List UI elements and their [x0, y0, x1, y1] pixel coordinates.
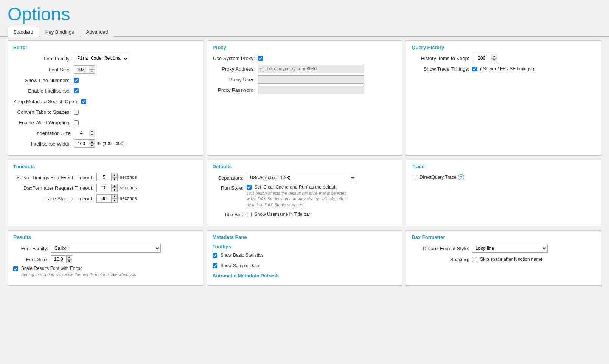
- metadata-pane-section: Metadata Pane Tooltips Show Basic Statis…: [207, 230, 402, 285]
- show-trace-timings-label: Show Trace Timings:: [412, 66, 472, 72]
- separators-select[interactable]: US/UK (a,b,c | 1.23) EU (a;b;c | 1,23) C…: [247, 173, 356, 182]
- keep-metadata-row: Keep Metadata Search Open:: [13, 97, 197, 105]
- intellisense-width-input[interactable]: 100: [74, 139, 89, 148]
- scale-results-hint: Setting this option will cause the resul…: [21, 272, 137, 277]
- daxformatter-timeout-row: DaxFormatter Request Timeout: 10 ▲ ▼ sec…: [13, 184, 197, 192]
- history-items-input[interactable]: 200: [472, 54, 491, 62]
- indentation-size-spinner: 4 ▲ ▼: [74, 129, 95, 137]
- directquery-label: DirectQuery Trace: [419, 175, 456, 180]
- proxy-section: Proxy Use System Proxy: Proxy Address: P…: [207, 40, 402, 156]
- trace-startup-input[interactable]: 30: [96, 194, 112, 203]
- default-format-row: Default Format Style: Long line Short li…: [412, 244, 596, 253]
- show-trace-timings-row: Show Trace Timings: ( Server / FE / SE t…: [412, 65, 596, 73]
- history-items-label: History Items to Keep:: [412, 56, 472, 61]
- convert-tabs-checkbox[interactable]: [74, 110, 79, 115]
- enable-intellisense-checkbox[interactable]: [74, 88, 79, 93]
- default-format-select[interactable]: Long line Short line: [472, 244, 548, 253]
- default-format-label: Default Format Style:: [412, 246, 472, 251]
- indentation-size-spinner-btns: ▲ ▼: [89, 129, 95, 137]
- server-timings-suffix: seconds: [120, 175, 137, 180]
- font-size-up-btn[interactable]: ▲: [89, 65, 95, 70]
- results-font-size-up-btn[interactable]: ▲: [66, 255, 72, 259]
- results-font-size-input[interactable]: 10.0: [51, 255, 66, 263]
- proxy-user-input[interactable]: [258, 75, 364, 84]
- proxy-user-label: Proxy User:: [213, 77, 258, 82]
- run-style-wrap: Set 'Clear Cache and Run' as the default…: [247, 184, 353, 208]
- tab-key-bindings[interactable]: Key Bindings: [40, 27, 80, 37]
- results-section-title: Results: [13, 234, 197, 240]
- indentation-size-up-btn[interactable]: ▲: [89, 129, 95, 133]
- proxy-password-row: Proxy Password:: [213, 86, 397, 94]
- trace-startup-row: Trace Startup Timeout: 30 ▲ ▼ seconds: [13, 194, 197, 203]
- separators-label: Separators:: [213, 175, 247, 181]
- show-basic-stats-label: Show Basic Statistics: [221, 252, 264, 258]
- intellisense-width-row: Intellisense Width: 100 ▲ ▼ % (100 - 300…: [13, 139, 197, 148]
- daxformatter-timeout-input[interactable]: 10: [96, 184, 112, 192]
- tooltips-group: Tooltips Show Basic Statistics Show Samp…: [213, 244, 397, 270]
- indentation-size-down-btn[interactable]: ▼: [89, 133, 95, 137]
- directquery-checkbox[interactable]: [412, 175, 416, 180]
- results-font-family-row: Font Family: Calibri: [13, 244, 197, 253]
- server-timings-spinner: 5 ▲ ▼: [96, 173, 118, 181]
- show-basic-stats-checkbox[interactable]: [213, 253, 218, 258]
- show-trace-timings-checkbox[interactable]: [472, 67, 477, 71]
- spacing-label: Spacing:: [412, 257, 472, 262]
- proxy-address-input[interactable]: [258, 65, 364, 73]
- server-timings-input[interactable]: 5: [96, 173, 112, 181]
- enable-intellisense-row: Enable Intellisense:: [13, 87, 197, 95]
- skip-space-checkbox[interactable]: [472, 257, 477, 262]
- intellisense-width-label: Intellisense Width:: [13, 141, 74, 147]
- font-family-select[interactable]: Fira Code Retina: [74, 54, 129, 63]
- history-items-up-btn[interactable]: ▲: [491, 54, 497, 58]
- run-style-checkbox[interactable]: [247, 185, 252, 190]
- font-size-down-btn[interactable]: ▼: [89, 70, 95, 74]
- enable-word-wrap-row: Enable Word Wrapping:: [13, 118, 197, 127]
- enable-intellisense-label: Enable Intellisense:: [13, 88, 74, 94]
- show-sample-data-row: Show Sample Data: [213, 262, 397, 270]
- separators-row: Separators: US/UK (a,b,c | 1.23) EU (a;b…: [213, 173, 397, 182]
- directquery-info-icon[interactable]: ?: [458, 174, 464, 180]
- keep-metadata-checkbox[interactable]: [81, 99, 86, 104]
- dax-formatter-section-title: Dax Formatter: [412, 234, 596, 240]
- server-timings-down-btn[interactable]: ▼: [112, 177, 118, 181]
- results-font-size-down-btn[interactable]: ▼: [66, 259, 72, 263]
- indentation-size-input[interactable]: 4: [74, 129, 89, 137]
- run-style-row: Run Style: Set 'Clear Cache and Run' as …: [213, 184, 397, 208]
- show-line-numbers-row: Show Line Numbers:: [13, 76, 197, 84]
- trace-startup-down-btn[interactable]: ▼: [112, 198, 118, 203]
- auto-refresh-title: Automatic Metadata Refresh: [213, 273, 397, 279]
- page-title: Options: [0, 0, 609, 26]
- server-timings-row: Server Timings End Event Timeout: 5 ▲ ▼ …: [13, 173, 197, 181]
- trace-startup-up-btn[interactable]: ▲: [112, 194, 118, 198]
- use-system-proxy-checkbox[interactable]: [258, 56, 263, 61]
- font-family-row: Font Family: Fira Code Retina: [13, 54, 197, 63]
- daxformatter-timeout-up-btn[interactable]: ▲: [112, 184, 118, 188]
- results-font-family-select[interactable]: Calibri: [51, 244, 161, 253]
- trace-section: Trace DirectQuery Trace ?: [406, 160, 601, 226]
- history-items-spinner: 200 ▲ ▼: [472, 54, 497, 62]
- show-line-numbers-checkbox[interactable]: [74, 78, 79, 83]
- title-bar-checkbox[interactable]: [247, 212, 252, 217]
- spacing-row: Spacing: Skip space after function name: [412, 255, 596, 263]
- enable-word-wrap-checkbox[interactable]: [74, 120, 79, 125]
- defaults-section-title: Defaults: [213, 164, 397, 169]
- show-basic-stats-row: Show Basic Statistics: [213, 251, 397, 259]
- proxy-password-input[interactable]: [258, 86, 364, 94]
- history-items-row: History Items to Keep: 200 ▲ ▼: [412, 54, 596, 62]
- tab-advanced[interactable]: Advanced: [81, 27, 114, 37]
- intellisense-width-down-btn[interactable]: ▼: [89, 144, 95, 148]
- font-size-input[interactable]: 10.0: [74, 65, 89, 74]
- indentation-size-label: Indentation Size: [13, 130, 74, 136]
- defaults-section: Defaults Separators: US/UK (a,b,c | 1.23…: [207, 160, 402, 226]
- server-timings-up-btn[interactable]: ▲: [112, 173, 118, 177]
- daxformatter-timeout-down-btn[interactable]: ▼: [112, 188, 118, 192]
- show-sample-data-label: Show Sample Data: [221, 263, 259, 268]
- daxformatter-timeout-spinner: 10 ▲ ▼: [96, 184, 118, 192]
- tab-standard[interactable]: Standard: [8, 27, 39, 37]
- scale-results-checkbox[interactable]: [13, 266, 18, 271]
- history-items-down-btn[interactable]: ▼: [491, 58, 497, 62]
- proxy-password-label: Proxy Password:: [213, 87, 258, 93]
- intellisense-width-up-btn[interactable]: ▲: [89, 139, 95, 144]
- intellisense-width-spinner: 100 ▲ ▼: [74, 139, 95, 148]
- show-sample-data-checkbox[interactable]: [213, 263, 218, 268]
